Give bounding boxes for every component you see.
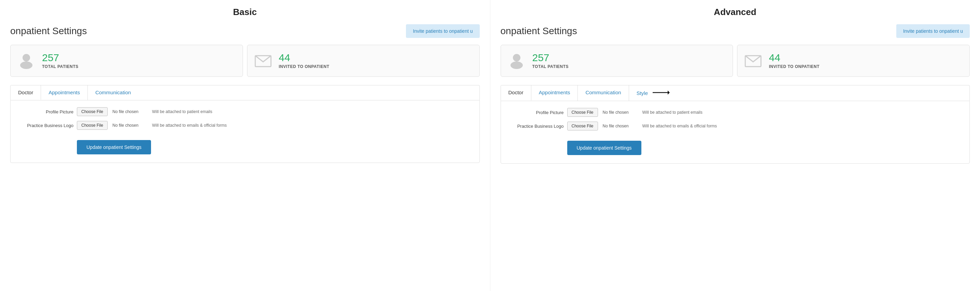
advanced-tab-doctor[interactable]: Doctor [501,85,531,101]
advanced-settings-title: onpatient Settings [501,25,577,37]
svg-point-3 [513,54,520,62]
advanced-tab-panel: Profile Picture Choose File No file chos… [501,101,970,164]
basic-profile-picture-choose-button[interactable]: Choose File [77,107,108,116]
advanced-stats-row: 257 TOTAL PATIENTS 44 INVITED TO ONPATIE… [501,45,970,77]
basic-profile-picture-hint: Will be attached to patient emails [152,109,212,114]
svg-marker-7 [668,91,670,95]
basic-total-patients-card: 257 TOTAL PATIENTS [10,45,243,77]
basic-business-logo-no-file: No file chosen [113,123,138,128]
basic-update-button[interactable]: Update onpatient Settings [77,140,151,154]
basic-invited-info: 44 INVITED TO ONPATIENT [279,52,329,69]
advanced-invited-label: INVITED TO ONPATIENT [769,64,819,69]
basic-envelope-icon [253,51,274,71]
basic-business-logo-row: Practice Business Logo Choose File No fi… [19,121,471,130]
advanced-invited-card: 44 INVITED TO ONPATIENT [737,45,970,77]
basic-person-icon [16,51,37,71]
advanced-business-logo-choose-button[interactable]: Choose File [567,122,598,130]
basic-tab-communication[interactable]: Communication [88,85,138,100]
advanced-tab-style-label: Style [636,90,648,96]
advanced-tab-style[interactable]: Style [629,85,677,101]
basic-profile-picture-label: Profile Picture [19,109,73,114]
advanced-update-button[interactable]: Update onpatient Settings [567,141,641,155]
basic-total-patients-info: 257 TOTAL PATIENTS [42,52,79,69]
basic-tabs: Doctor Appointments Communication [10,85,480,100]
basic-title: Basic [10,7,480,17]
basic-invited-number: 44 [279,52,329,63]
basic-settings-title: onpatient Settings [10,25,87,37]
basic-invited-card: 44 INVITED TO ONPATIENT [247,45,480,77]
advanced-panel: Advanced onpatient Settings Invite patie… [490,0,980,291]
advanced-tab-appointments[interactable]: Appointments [531,85,578,101]
advanced-envelope-icon [743,51,764,71]
basic-invited-label: INVITED TO ONPATIENT [279,64,329,69]
advanced-tabs: Doctor Appointments Communication Style [501,85,970,101]
advanced-business-logo-no-file: No file chosen [603,124,629,129]
advanced-tab-communication[interactable]: Communication [578,85,629,101]
advanced-settings-header: onpatient Settings Invite patients to on… [501,24,970,38]
advanced-profile-picture-label: Profile Picture [509,110,564,115]
advanced-invited-info: 44 INVITED TO ONPATIENT [769,52,819,69]
advanced-business-logo-row: Practice Business Logo Choose File No fi… [509,122,961,130]
advanced-profile-picture-choose-button[interactable]: Choose File [567,108,598,117]
basic-profile-picture-no-file: No file chosen [113,109,138,114]
advanced-invited-number: 44 [769,52,819,63]
advanced-title: Advanced [501,7,970,17]
arrow-right-icon [653,89,670,97]
advanced-total-patients-label: TOTAL PATIENTS [532,64,569,69]
basic-invite-button[interactable]: Invite patients to onpatient u [406,24,479,38]
advanced-total-patients-info: 257 TOTAL PATIENTS [532,52,569,69]
advanced-profile-picture-hint: Will be attached to patient emails [643,110,703,115]
advanced-business-logo-hint: Will be attached to emails & official fo… [643,124,717,129]
basic-business-logo-hint: Will be attached to emails & official fo… [152,123,227,128]
basic-tab-doctor[interactable]: Doctor [11,85,41,100]
basic-total-patients-number: 257 [42,52,79,63]
basic-stats-row: 257 TOTAL PATIENTS 44 INVITED TO ONPATIE… [10,45,480,77]
advanced-total-patients-card: 257 TOTAL PATIENTS [501,45,733,77]
basic-profile-picture-row: Profile Picture Choose File No file chos… [19,107,471,116]
advanced-person-icon [506,51,527,71]
advanced-profile-picture-row: Profile Picture Choose File No file chos… [509,108,961,117]
svg-point-4 [511,62,523,69]
advanced-invite-button[interactable]: Invite patients to onpatient u [896,24,970,38]
advanced-total-patients-number: 257 [532,52,569,63]
basic-total-patients-label: TOTAL PATIENTS [42,64,79,69]
svg-point-1 [20,62,32,69]
advanced-business-logo-label: Practice Business Logo [509,124,564,129]
basic-tab-appointments[interactable]: Appointments [41,85,88,100]
basic-panel: Basic onpatient Settings Invite patients… [0,0,490,291]
svg-point-0 [22,54,30,62]
basic-tab-panel: Profile Picture Choose File No file chos… [10,100,480,163]
basic-settings-header: onpatient Settings Invite patients to on… [10,24,480,38]
basic-business-logo-label: Practice Business Logo [19,123,73,128]
basic-business-logo-choose-button[interactable]: Choose File [77,121,108,130]
advanced-profile-picture-no-file: No file chosen [603,110,629,115]
